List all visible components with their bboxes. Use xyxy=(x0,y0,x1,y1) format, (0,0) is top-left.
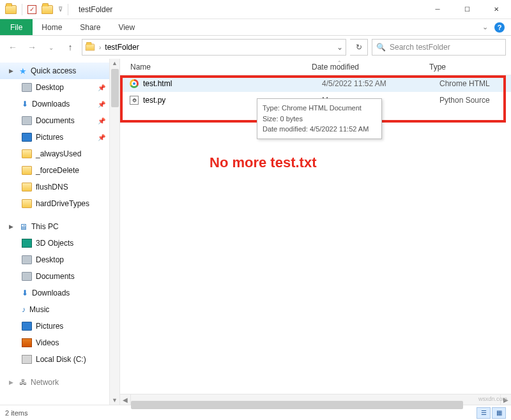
scroll-thumb[interactable] xyxy=(131,401,463,409)
sidebar-item-pc-desktop[interactable]: Desktop xyxy=(0,251,119,268)
sidebar-item-pc-downloads[interactable]: ⬇Downloads xyxy=(0,285,119,301)
network-label: Network xyxy=(31,378,59,387)
forward-button[interactable]: → xyxy=(24,40,40,55)
minimize-button[interactable]: ─ xyxy=(423,0,452,19)
sidebar-item-videos[interactable]: Videos xyxy=(0,334,119,351)
title-bar: ✓ ⊽ testFolder ─ ☐ ✕ xyxy=(0,0,511,19)
3d-objects-icon xyxy=(22,239,32,248)
breadcrumb-folder[interactable]: testFolder xyxy=(105,43,139,52)
sidebar-item-forcedelete[interactable]: _forceDelete xyxy=(0,162,119,179)
address-bar[interactable]: › testFolder ⌄ xyxy=(82,39,346,56)
file-type: Chrome HTML xyxy=(439,79,511,88)
downloads-icon: ⬇ xyxy=(22,289,28,297)
sidebar-item-music[interactable]: ♪Music xyxy=(0,301,119,318)
network-header[interactable]: ▶ 🖧 Network xyxy=(0,374,119,391)
pictures-icon xyxy=(22,133,32,142)
sidebar-item-pc-documents[interactable]: Documents xyxy=(0,268,119,285)
pin-icon: 📌 xyxy=(98,101,105,108)
tab-home[interactable]: Home xyxy=(33,19,71,35)
up-button[interactable]: ↑ xyxy=(63,40,78,55)
refresh-button[interactable]: ↻ xyxy=(350,39,368,56)
folder-icon xyxy=(22,183,32,191)
this-pc-header[interactable]: ▶ 🖥 This PC xyxy=(0,218,119,235)
sidebar-item-3dobjects[interactable]: 3D Objects xyxy=(0,235,119,251)
horizontal-scrollbar[interactable]: ◀ ▶ xyxy=(120,394,511,405)
column-headers: ⌃ Name Date modified Type xyxy=(120,59,511,75)
qat-overflow-icon[interactable]: ⊽ xyxy=(58,6,63,13)
videos-icon xyxy=(22,338,32,347)
downloads-icon: ⬇ xyxy=(22,100,28,109)
maximize-button[interactable]: ☐ xyxy=(452,0,482,19)
documents-icon xyxy=(22,272,32,281)
sidebar-item-documents[interactable]: Documents📌 xyxy=(0,112,119,129)
sidebar-item-harddrivetypes[interactable]: hardDriveTypes xyxy=(0,195,119,212)
recent-dropdown-icon[interactable]: ⌄ xyxy=(43,40,59,55)
column-date[interactable]: Date modified xyxy=(312,63,429,71)
desktop-icon xyxy=(22,255,32,264)
file-type: Python Source xyxy=(439,96,511,105)
scroll-thumb[interactable] xyxy=(111,69,119,107)
caret-icon[interactable]: ▶ xyxy=(9,379,15,386)
quick-access-star-icon: ★ xyxy=(19,66,27,76)
pin-icon: 📌 xyxy=(98,117,105,124)
tooltip-line: Date modified: 4/5/2022 11:52 AM xyxy=(263,124,376,135)
file-row[interactable]: test.html 4/5/2022 11:52 AM Chrome HTML xyxy=(120,75,511,92)
sidebar-item-flushdns[interactable]: flushDNS xyxy=(0,179,119,195)
qat-checkbox-icon[interactable]: ✓ xyxy=(27,5,36,14)
desktop-icon xyxy=(22,83,32,92)
file-tab[interactable]: File xyxy=(0,19,33,35)
back-button[interactable]: ← xyxy=(5,40,20,55)
quick-access-label: Quick access xyxy=(31,66,76,75)
address-folder-icon xyxy=(86,44,95,51)
search-placeholder: Search testFolder xyxy=(390,43,450,52)
sidebar-item-localdisk[interactable]: Local Disk (C:) xyxy=(0,351,119,368)
qat-folder-icon[interactable] xyxy=(42,5,53,14)
caret-icon[interactable]: ▶ xyxy=(9,223,15,230)
details-view-button[interactable]: ☰ xyxy=(477,407,491,419)
address-dropdown-icon[interactable]: ⌄ xyxy=(337,43,343,52)
tooltip-line: Size: 0 bytes xyxy=(263,114,376,124)
sidebar-scrollbar[interactable]: ▲ ▼ xyxy=(109,59,119,405)
help-icon[interactable]: ? xyxy=(494,22,505,33)
sidebar-item-downloads[interactable]: ⬇Downloads📌 xyxy=(0,96,119,112)
quick-access-header[interactable]: ▶ ★ Quick access xyxy=(0,63,119,79)
search-icon: 🔍 xyxy=(376,43,386,52)
watermark: wsxdn.com xyxy=(478,396,507,402)
scroll-left-icon[interactable]: ◀ xyxy=(120,394,131,405)
caret-icon[interactable]: ▶ xyxy=(9,68,15,74)
file-date: 4/5/2022 11:52 AM xyxy=(322,79,439,88)
folder-icon xyxy=(22,166,32,175)
this-pc-icon: 🖥 xyxy=(19,222,27,232)
item-count: 2 items xyxy=(5,409,27,417)
scroll-down-icon[interactable]: ▼ xyxy=(112,397,118,403)
sidebar-item-pc-pictures[interactable]: Pictures xyxy=(0,318,119,334)
python-file-icon: ⚙ xyxy=(129,95,139,105)
close-button[interactable]: ✕ xyxy=(482,0,511,19)
sidebar-item-pictures[interactable]: Pictures📌 xyxy=(0,129,119,146)
pin-icon: 📌 xyxy=(98,84,105,91)
window-title: testFolder xyxy=(79,5,112,14)
file-name: test.html xyxy=(143,79,322,88)
tab-view[interactable]: View xyxy=(109,19,144,35)
thumbnails-view-button[interactable]: ▦ xyxy=(492,407,506,419)
documents-icon xyxy=(22,116,32,125)
scroll-up-icon[interactable]: ▲ xyxy=(112,60,118,66)
disk-icon xyxy=(22,355,32,364)
tab-share[interactable]: Share xyxy=(71,19,109,35)
view-buttons: ☰ ▦ xyxy=(477,407,506,419)
navigation-pane: ▶ ★ Quick access Desktop📌 ⬇Downloads📌 Do… xyxy=(0,59,120,405)
ribbon-collapse-icon[interactable]: ⌄ xyxy=(482,23,488,31)
breadcrumb-sep-icon[interactable]: › xyxy=(99,44,101,51)
sidebar-item-desktop[interactable]: Desktop📌 xyxy=(0,79,119,96)
main-area: ▶ ★ Quick access Desktop📌 ⬇Downloads📌 Do… xyxy=(0,59,511,405)
pin-icon: 📌 xyxy=(98,134,105,141)
window-controls: ─ ☐ ✕ xyxy=(423,0,511,19)
search-box[interactable]: 🔍 Search testFolder xyxy=(372,39,506,56)
sidebar-item-alwaysused[interactable]: _alwaysUsed xyxy=(0,146,119,162)
column-type[interactable]: Type xyxy=(429,63,511,71)
folder-icon xyxy=(22,149,32,158)
annotation-text: No more test.txt xyxy=(210,154,316,171)
this-pc-label: This PC xyxy=(31,222,59,231)
navigation-row: ← → ⌄ ↑ › testFolder ⌄ ↻ 🔍 Search testFo… xyxy=(0,36,511,59)
column-name[interactable]: Name xyxy=(120,63,312,71)
